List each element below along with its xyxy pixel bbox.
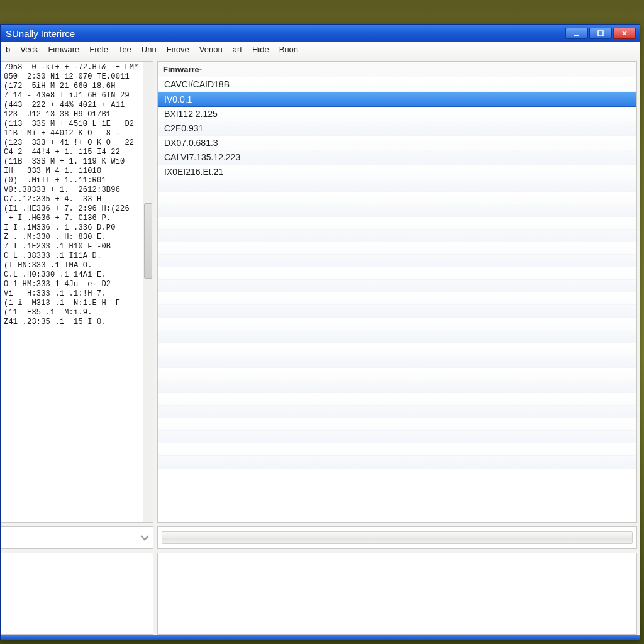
menu-item-veck[interactable]: Veck: [15, 42, 43, 58]
firmware-header: Fimwarre-: [158, 62, 636, 77]
firmware-pane: Fimwarre- CAVCI/CAID18BIV0.0.1BXI112 2.1…: [157, 61, 637, 523]
firmware-list-empty-row: [158, 443, 636, 456]
window-controls: [565, 28, 636, 39]
hex-dump-pane[interactable]: 7958 0 -ki+ + -72.Hi& + FM* 050 2:30 Ni …: [1, 61, 153, 523]
maximize-icon: [597, 30, 604, 37]
firmware-list-empty-row: [158, 192, 636, 204]
menu-item-art[interactable]: art: [228, 42, 247, 58]
firmware-list-empty-row: [158, 318, 636, 330]
menu-item-frele[interactable]: Frele: [84, 42, 113, 58]
window-title: SUnally Interirce: [6, 28, 565, 39]
firmware-list-empty-row: [158, 330, 636, 343]
menu-item-verion[interactable]: Verion: [194, 42, 228, 58]
client-area: 7958 0 -ki+ + -72.Hi& + FM* 050 2:30 Ni …: [1, 58, 640, 635]
close-icon: [621, 30, 628, 37]
firmware-list-empty-row: [158, 267, 636, 280]
bottom-right-panel: [157, 553, 637, 635]
hex-scrollbar[interactable]: [143, 62, 153, 522]
menu-item-b[interactable]: b: [1, 42, 15, 58]
firmware-list-empty-row: [158, 292, 636, 305]
firmware-list-empty-row: [158, 343, 636, 355]
firmware-list-empty-row: [158, 431, 636, 443]
title-bar[interactable]: SUnally Interirce: [1, 25, 640, 42]
hex-dump-text: 7958 0 -ki+ + -72.Hi& + FM* 050 2:30 Ni …: [1, 62, 153, 328]
menu-item-fimware[interactable]: Fimware: [43, 42, 84, 58]
close-button[interactable]: [613, 28, 636, 39]
firmware-list-empty-row: [158, 280, 636, 292]
firmware-list-row[interactable]: IV0.0.1: [158, 92, 636, 107]
firmware-list-empty-row: [158, 242, 636, 255]
firmware-list-row[interactable]: DX07.0.681.3: [158, 136, 636, 150]
minimize-button[interactable]: [565, 28, 588, 39]
menu-item-brion[interactable]: Brion: [274, 42, 303, 58]
progress-bar: [162, 531, 633, 544]
firmware-list-empty-row: [158, 368, 636, 380]
status-bar: [1, 635, 640, 640]
firmware-list-row[interactable]: C2E0.931: [158, 121, 636, 136]
firmware-list[interactable]: CAVCI/CAID18BIV0.0.1BXI112 2.125C2E0.931…: [158, 77, 636, 522]
firmware-list-empty-row: [158, 406, 636, 418]
menu-item-hide[interactable]: Hide: [247, 42, 274, 58]
firmware-list-empty-row: [158, 217, 636, 230]
maximize-button[interactable]: [589, 28, 612, 39]
menu-item-unu[interactable]: Unu: [136, 42, 162, 58]
firmware-list-row[interactable]: CAVCI/CAID18B: [158, 77, 636, 92]
firmware-list-empty-row: [158, 380, 636, 393]
firmware-list-empty-row: [158, 179, 636, 192]
firmware-list-empty-row: [158, 230, 636, 242]
firmware-list-row[interactable]: CALVI7.135.12.223: [158, 150, 636, 165]
firmware-list-row[interactable]: IX0EI216.Et.21: [158, 165, 636, 179]
app-window: SUnally Interirce b Veck Fimware Frele T…: [0, 24, 640, 640]
firmware-list-empty-row: [158, 355, 636, 368]
firmware-list-empty-row: [158, 418, 636, 431]
svg-rect-1: [598, 31, 603, 36]
bottom-left-panel: [1, 553, 153, 635]
firmware-list-empty-row: [158, 305, 636, 318]
menu-item-tee[interactable]: Tee: [113, 42, 136, 58]
firmware-list-empty-row: [158, 204, 636, 217]
firmware-list-row[interactable]: BXI112 2.125: [158, 107, 636, 121]
hex-scrollbar-thumb[interactable]: [144, 203, 152, 279]
firmware-list-empty-row: [158, 393, 636, 406]
svg-rect-0: [574, 35, 579, 36]
menu-bar: b Veck Fimware Frele Tee Unu Firove Veri…: [1, 42, 640, 58]
firmware-list-empty-row: [158, 456, 636, 469]
chevron-down-icon[interactable]: [139, 532, 150, 543]
menu-item-firove[interactable]: Firove: [162, 42, 194, 58]
left-dropdown-panel[interactable]: [1, 526, 153, 549]
progress-panel: [157, 526, 637, 549]
firmware-list-empty-row: [158, 255, 636, 267]
minimize-icon: [573, 30, 580, 37]
